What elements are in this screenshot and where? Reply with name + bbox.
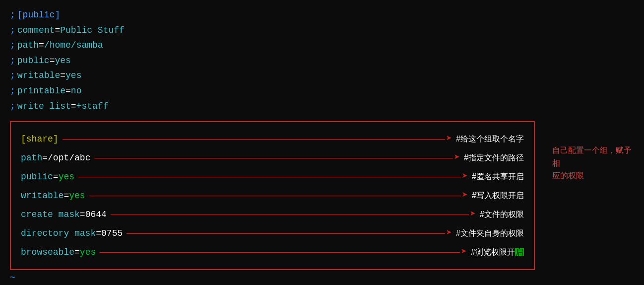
ann-row-path: path = /opt/abc ➤ #指定文件的路径 <box>21 148 524 167</box>
ann-value-writable: yes <box>69 187 85 204</box>
side-note-text: 自己配置一个组，赋予相 <box>552 146 632 167</box>
value-comment: Public Stuff <box>60 23 125 38</box>
comment-line-bracket: ; [public] <box>10 7 535 23</box>
ann-row-share: [share] ➤ #给这个组取个名字 <box>21 130 524 148</box>
arrow-path: ➤ <box>94 148 460 167</box>
semicolon: ; <box>10 7 15 23</box>
ann-row-writable: writable = yes ➤ #写入权限开启 <box>21 186 524 205</box>
side-note-text2: 应的权限 <box>552 171 584 180</box>
ann-value-dirmask: 0755 <box>101 225 123 242</box>
semicolon: ; <box>10 68 15 83</box>
ann-share-bracket: [share] <box>21 131 59 147</box>
arrow-head-icon: ➤ <box>462 167 468 186</box>
arrow-share: ➤ <box>63 130 452 148</box>
value-printable: no <box>71 83 82 99</box>
equals: = <box>55 23 60 38</box>
equals: = <box>50 53 55 69</box>
arrow-head-icon: ➤ <box>446 224 452 243</box>
ann-row-dirmask: directory mask = 0755 ➤ #文件夹自身的权限 <box>21 224 524 243</box>
arrow-createmask: ➤ <box>111 205 476 224</box>
ann-equals-dirmask: = <box>96 225 101 242</box>
arrow-head-icon: ➤ <box>446 130 452 148</box>
comment-line-writelist: ; write list = +staff <box>10 99 535 114</box>
arrow-browseable: ➤ <box>100 243 467 262</box>
value-public: yes <box>55 53 70 69</box>
annotation-box: [share] ➤ #给这个组取个名字 path = /opt/abc ➤ #指… <box>10 121 535 270</box>
comment-section: ; [public] ; comment = Public Stuff ; pa… <box>10 7 535 116</box>
comment-line-writable: ; writable = yes <box>10 68 535 83</box>
ann-comment-share: #给这个组取个名字 <box>456 132 524 146</box>
ann-key-createmask: create mask <box>21 206 80 223</box>
ann-equals-path: = <box>42 149 48 166</box>
comment-line-public: ; public = yes <box>10 53 535 69</box>
semicolon: ; <box>10 53 15 69</box>
equals: = <box>65 83 71 99</box>
ann-value-browseable: yes <box>80 244 96 261</box>
arrow-head-icon: ➤ <box>470 205 476 224</box>
highlight-qi: 启 <box>515 248 524 256</box>
tilde-line: ~ <box>10 270 535 283</box>
equals: = <box>71 99 76 114</box>
key-public: public <box>17 53 50 69</box>
ann-value-createmask: 0644 <box>85 206 107 223</box>
ann-equals-createmask: = <box>80 206 85 223</box>
arrow-public: ➤ <box>78 167 468 186</box>
side-note: 自己配置一个组，赋予相 应的权限 <box>545 5 644 280</box>
semicolon: ; <box>10 23 15 38</box>
ann-key-path: path <box>21 149 42 166</box>
ann-comment-writable: #写入权限开启 <box>472 188 524 203</box>
ann-key-public: public <box>21 168 53 185</box>
ann-comment-dirmask: #文件夹自身的权限 <box>456 226 524 241</box>
comment-line-path: ; path = /home/samba <box>10 38 535 53</box>
ann-equals-public: = <box>53 168 59 185</box>
ann-value-path: /opt/abc <box>48 149 90 166</box>
dashed-line <box>111 214 469 215</box>
key-path: path <box>17 38 39 53</box>
key-comment: comment <box>17 23 55 38</box>
ann-value-public: yes <box>59 168 74 185</box>
dashed-line <box>127 233 445 234</box>
arrow-head-icon: ➤ <box>461 243 467 262</box>
ann-row-createmask: create mask = 0644 ➤ #文件的权限 <box>21 205 524 224</box>
value-writable: yes <box>65 68 81 83</box>
bracket-public: [public] <box>17 7 60 23</box>
dashed-line <box>94 158 453 158</box>
semicolon: ; <box>10 38 15 53</box>
value-path: /home/samba <box>44 38 103 53</box>
ann-comment-browseable: #浏览权限开启 <box>471 245 524 260</box>
ann-comment-public: #匿名共享开启 <box>472 169 524 184</box>
ann-key-writable: writable <box>21 187 64 204</box>
arrow-head-icon: ➤ <box>462 186 468 205</box>
main-content: ; [public] ; comment = Public Stuff ; pa… <box>0 5 545 280</box>
ann-row-browseable: browseable = yes ➤ #浏览权限开启 <box>21 243 524 262</box>
equals: = <box>39 38 44 53</box>
arrow-dirmask: ➤ <box>127 224 452 243</box>
comment-line-comment: ; comment = Public Stuff <box>10 23 535 38</box>
ann-equals-browseable: = <box>74 244 80 261</box>
key-printable: printable <box>17 83 65 99</box>
key-writable: writable <box>17 68 60 83</box>
dashed-line <box>63 139 445 140</box>
dashed-line <box>78 177 461 177</box>
arrow-head-icon: ➤ <box>454 148 460 167</box>
semicolon: ; <box>10 83 15 99</box>
dashed-line <box>100 252 460 253</box>
ann-key-dirmask: directory mask <box>21 225 96 242</box>
equals: = <box>60 68 65 83</box>
value-writelist: +staff <box>76 99 109 114</box>
comment-line-printable: ; printable = no <box>10 83 535 99</box>
key-writelist: write list <box>17 99 71 114</box>
ann-equals-writable: = <box>64 187 69 204</box>
ann-key-browseable: browseable <box>21 244 74 261</box>
arrow-writable: ➤ <box>89 186 468 205</box>
semicolon: ; <box>10 99 15 114</box>
ann-row-public: public = yes ➤ #匿名共享开启 <box>21 167 524 186</box>
ann-comment-createmask: #文件的权限 <box>480 207 524 222</box>
ann-comment-path: #指定文件的路径 <box>464 150 524 165</box>
dashed-line <box>89 196 461 196</box>
